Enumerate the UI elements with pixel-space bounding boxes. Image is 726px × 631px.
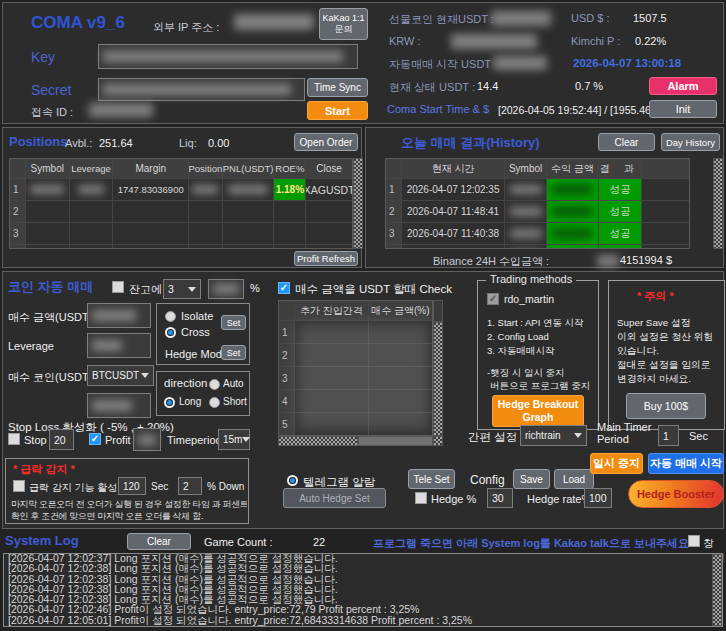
hedge-percent-label: Hedge % xyxy=(431,493,476,505)
usd-value: 1507.5 xyxy=(633,12,667,24)
rdo-martin-checkbox[interactable] xyxy=(487,293,499,305)
balance-percent-checkbox[interactable] xyxy=(112,281,124,293)
positions-table[interactable]: Symbol Leverage Margin Position PNL(USDT… xyxy=(9,158,353,249)
direction-long-radio[interactable] xyxy=(164,397,175,408)
extra-amount-input[interactable] xyxy=(87,393,151,418)
state-percent-value: 0.7 % xyxy=(575,80,603,92)
pause-button[interactable]: 일시 중지 xyxy=(590,453,643,474)
log-clear-button[interactable]: Clear xyxy=(127,533,191,550)
isolate-radio[interactable] xyxy=(165,311,176,322)
direction-auto-radio[interactable] xyxy=(209,379,220,390)
masked-leverage xyxy=(78,185,104,194)
crash-enable-checkbox[interactable] xyxy=(13,480,25,492)
history-clear-button[interactable]: Clear xyxy=(598,133,655,151)
hedge-breakout-graph-button[interactable]: Hedge Breakout Graph xyxy=(492,395,584,427)
binance-24h-label: Binance 24H 수입금액 : xyxy=(433,254,549,269)
direction-short-radio[interactable] xyxy=(209,397,220,408)
quick-setting-dropdown[interactable]: richtrain xyxy=(520,425,587,446)
crash-down-input[interactable]: 2 xyxy=(178,477,202,495)
hedge-rate-label: Hedge rate% xyxy=(527,493,591,505)
buy-100-button[interactable]: Buy 100$ xyxy=(626,393,706,419)
time-sync-button[interactable]: Time Sync xyxy=(307,78,368,97)
chevron-down-icon xyxy=(141,373,149,378)
timeperiod-dropdown[interactable]: 15m xyxy=(218,429,250,450)
trading-methods-box: Trading methods rdo_martin 1. Start : AP… xyxy=(477,280,599,430)
open-order-button[interactable]: Open Order xyxy=(294,133,358,151)
chevron-down-icon xyxy=(188,287,196,292)
kakao-inquiry-button[interactable]: KaKao 1:1 문의 xyxy=(319,8,368,40)
stop-checkbox[interactable] xyxy=(8,433,20,445)
kimchi-label: Kimchi P : xyxy=(571,35,620,47)
buy-coin-dropdown[interactable]: BTCUSDT xyxy=(87,365,154,386)
caution-box: * 주의 * Super Save 설정 이외 설정은 청산 위험 있습니다. … xyxy=(608,280,725,430)
hedge-percent-checkbox[interactable] xyxy=(415,492,427,504)
load-button[interactable]: Load xyxy=(554,469,594,489)
timeperiod-label: Timeperiod xyxy=(167,434,222,446)
step-2: 2. Config Load xyxy=(487,331,597,342)
api-secret-label: Secret xyxy=(31,82,71,98)
leverage-input[interactable] xyxy=(87,333,151,358)
history-table[interactable]: 현재 시간 Symbol 수익 금액 결 과 1 2026-04-07 12:0… xyxy=(385,158,690,249)
caution-line-4: 절대로 설정을 임의로 xyxy=(617,359,721,372)
telegram-alert-radio[interactable] xyxy=(287,475,298,486)
masked-buy-amount xyxy=(92,310,136,321)
save-button[interactable]: Save xyxy=(513,469,550,489)
pin-window-checkbox[interactable] xyxy=(688,535,700,547)
step-3: 3. 자동매매시작 xyxy=(487,345,597,358)
hedge-rate-input[interactable]: 100 xyxy=(584,488,612,508)
percent-dropdown[interactable]: 3 xyxy=(163,279,201,299)
entry-hscroll-track[interactable] xyxy=(278,436,358,446)
api-key-field[interactable] xyxy=(98,44,358,69)
start-button[interactable]: Start xyxy=(307,101,368,120)
main-timer-input[interactable]: 1 xyxy=(658,425,679,446)
log-notice: 프로그램 죽으면 아래 System log를 Kakao talk으로 보내주… xyxy=(373,536,692,551)
quick-setting-label: 간편 설정 xyxy=(468,430,517,445)
kimchi-value: 0.22% xyxy=(635,35,666,47)
buy-amount-input[interactable] xyxy=(87,303,151,328)
entry-scrollbar-top[interactable] xyxy=(433,300,443,322)
cross-label: Cross xyxy=(181,326,210,338)
api-key-label: Key xyxy=(31,49,55,65)
crash-detect-box: * 급락 감지 * 급락 감지 기능 활성화 120 Sec 2 % Down … xyxy=(5,458,249,524)
history-vertical-scrollbar[interactable] xyxy=(713,158,723,249)
usdt-check-checkbox[interactable] xyxy=(278,282,290,294)
app-title: COMA v9_6 xyxy=(31,13,125,33)
masked-leverage-value xyxy=(92,340,122,351)
margin-set-button[interactable]: Set xyxy=(221,315,246,330)
auto-trade-start-button[interactable]: 자동 매매 시작 xyxy=(648,453,724,474)
percent-input[interactable] xyxy=(208,279,244,299)
masked-profit-value xyxy=(138,435,156,445)
crash-sec-input[interactable]: 120 xyxy=(118,477,146,495)
profit-checkbox[interactable] xyxy=(89,433,101,445)
entry-vertical-scrollbar[interactable] xyxy=(433,322,443,436)
rdo-martin-label: rdo_martin xyxy=(504,293,554,305)
buy-amount-label: 매수 금액(USDT) : xyxy=(8,310,98,325)
profit-refresh-button[interactable]: Profit Refresh xyxy=(294,251,358,266)
masked-external-ip xyxy=(234,14,314,30)
entry-hscroll-thumb[interactable] xyxy=(358,436,433,446)
profit-input[interactable] xyxy=(133,428,161,451)
margin-mode-box: Isolate Cross Set Hedge Mode Set xyxy=(156,303,250,365)
crash-desc-line1: 마지막 오픈오더 전 오더가 실행 된 경우 설정한 타임 과 퍼센트를 xyxy=(11,499,247,511)
stop-label: Stop xyxy=(24,434,47,446)
auto-hedge-set-button[interactable]: Auto Hedge Set xyxy=(283,488,386,508)
hedge-percent-input[interactable]: 30 xyxy=(487,488,513,508)
day-history-button[interactable]: Day History xyxy=(661,133,720,151)
crash-down-label: % Down xyxy=(207,481,244,492)
masked-auto-start-usdt xyxy=(493,56,547,70)
hedge-booster-button[interactable]: Hedge Booster xyxy=(628,480,724,508)
masked-pnl xyxy=(228,185,268,194)
caution-line-3: 있습니다. xyxy=(617,345,721,358)
log-vertical-scrollbar[interactable] xyxy=(712,554,722,626)
cross-radio[interactable] xyxy=(165,327,176,338)
alarm-button[interactable]: Alarm xyxy=(649,77,717,95)
system-log-box[interactable]: [2026-04-07 12:02:37] Long 포지션 (매수)를 성공적… xyxy=(3,553,723,627)
tele-set-button[interactable]: Tele Set xyxy=(408,469,455,489)
note-2: 버튼으로 프로그램 중지 xyxy=(490,380,598,393)
init-button[interactable]: Init xyxy=(649,100,717,118)
hedge-mode-set-button[interactable]: Set xyxy=(221,345,246,360)
stop-input[interactable]: 20 xyxy=(49,429,74,450)
positions-vertical-scrollbar[interactable] xyxy=(353,158,363,249)
api-secret-field[interactable] xyxy=(98,78,305,101)
login-id-label: 접속 ID : xyxy=(31,105,73,120)
